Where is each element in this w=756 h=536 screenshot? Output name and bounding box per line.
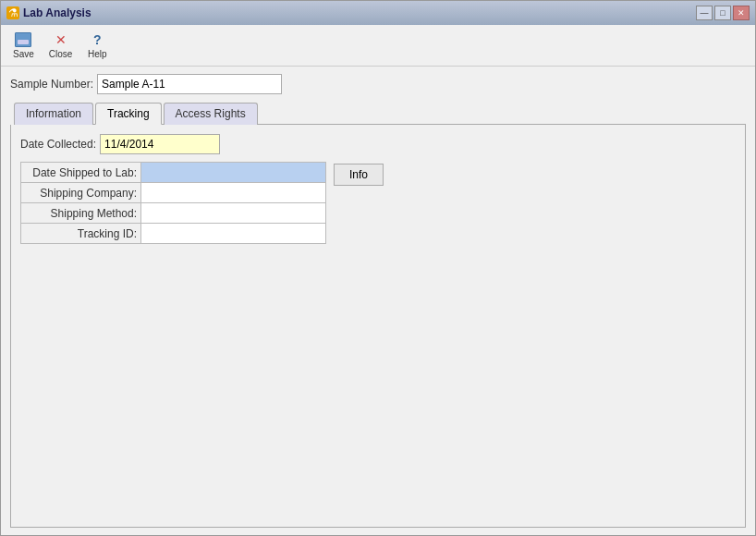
- help-label: Help: [88, 49, 107, 59]
- tracking-grid: Date Shipped to Lab: Shipping Company:: [20, 162, 736, 244]
- shipping-method-label: Shipping Method:: [21, 203, 141, 224]
- table-row: Date Shipped to Lab:: [21, 163, 326, 183]
- help-button[interactable]: ? Help: [80, 29, 114, 62]
- shipping-method-input[interactable]: [141, 203, 325, 223]
- title-bar-controls: — □ ✕: [696, 6, 750, 20]
- tracking-id-label: Tracking ID:: [21, 224, 141, 244]
- table-row: Tracking ID:: [21, 224, 326, 244]
- date-collected-row: Date Collected:: [20, 134, 736, 154]
- content-area: Sample Number: Information Tracking Acce…: [1, 67, 755, 535]
- tab-access-rights[interactable]: Access Rights: [164, 103, 258, 125]
- main-window: ⚗ Lab Analysis — □ ✕ Save ✕ Close ?: [0, 0, 756, 536]
- tab-tracking[interactable]: Tracking: [95, 103, 162, 125]
- maximize-button[interactable]: □: [714, 6, 731, 20]
- window-title: Lab Analysis: [23, 6, 91, 19]
- shipping-company-label: Shipping Company:: [21, 183, 141, 203]
- tracking-id-cell: [141, 224, 326, 244]
- app-icon: ⚗: [6, 6, 19, 19]
- sample-number-label: Sample Number:: [10, 78, 93, 91]
- close-icon: ✕: [52, 31, 70, 48]
- help-icon: ?: [88, 31, 106, 48]
- shipping-company-cell: [141, 183, 326, 203]
- tracking-table: Date Shipped to Lab: Shipping Company:: [20, 162, 326, 244]
- save-icon: [14, 31, 32, 48]
- date-shipped-input[interactable]: [141, 163, 325, 182]
- close-window-button[interactable]: ✕: [733, 6, 750, 20]
- table-row: Shipping Company:: [21, 183, 326, 203]
- date-shipped-label: Date Shipped to Lab:: [21, 163, 141, 183]
- tabs-container: Information Tracking Access Rights Date …: [10, 102, 746, 528]
- save-button[interactable]: Save: [6, 29, 41, 62]
- tracking-id-input[interactable]: [141, 224, 325, 243]
- shipping-company-input[interactable]: [141, 183, 325, 202]
- shipping-method-cell: [141, 203, 326, 224]
- info-button[interactable]: Info: [334, 164, 384, 186]
- save-label: Save: [13, 49, 34, 59]
- title-bar: ⚗ Lab Analysis — □ ✕: [1, 1, 755, 25]
- close-button[interactable]: ✕ Close: [43, 29, 79, 62]
- date-shipped-cell: [141, 163, 326, 183]
- tab-bar: Information Tracking Access Rights: [14, 102, 746, 125]
- toolbar: Save ✕ Close ? Help: [1, 25, 755, 67]
- sample-number-input[interactable]: [97, 74, 282, 94]
- sample-number-row: Sample Number:: [10, 74, 746, 94]
- close-label: Close: [49, 49, 73, 59]
- tab-information[interactable]: Information: [14, 103, 93, 125]
- date-collected-input[interactable]: [100, 134, 220, 154]
- table-row: Shipping Method:: [21, 203, 326, 224]
- minimize-button[interactable]: —: [696, 6, 713, 20]
- tab-content-tracking: Date Collected: Date Shipped to Lab:: [10, 125, 746, 528]
- date-collected-label: Date Collected:: [20, 138, 96, 151]
- title-bar-left: ⚗ Lab Analysis: [6, 6, 91, 19]
